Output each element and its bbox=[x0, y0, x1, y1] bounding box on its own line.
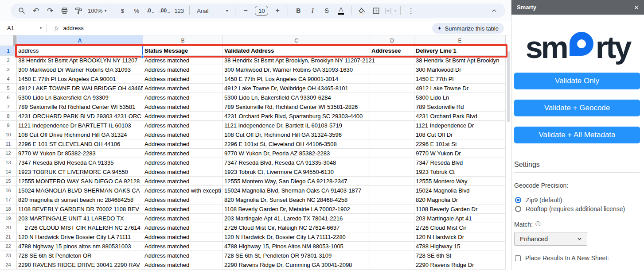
print-button[interactable] bbox=[58, 4, 71, 17]
cell-name-box[interactable]: A1 ▾ bbox=[0, 25, 46, 31]
decrease-decimal-button[interactable]: .0← bbox=[144, 4, 157, 17]
redo-button[interactable]: ↷ bbox=[43, 4, 57, 17]
cell-C1[interactable]: Validated Address bbox=[223, 46, 370, 56]
formula-input[interactable]: address bbox=[63, 25, 83, 31]
fill-color-button[interactable] bbox=[355, 4, 368, 17]
paint-format-button[interactable] bbox=[72, 4, 85, 17]
validate-geocode-button[interactable]: Validate + Geocode bbox=[514, 100, 640, 116]
cell-E8[interactable]: 4231 Orchard Park Blvd bbox=[414, 112, 506, 121]
cell-B17[interactable]: Address matched bbox=[143, 195, 223, 204]
cell-C7[interactable]: 789 Sextonville Rd, Richland Center WI 5… bbox=[223, 102, 370, 112]
cell-B20[interactable]: Address matched bbox=[143, 223, 223, 232]
cell-A1[interactable]: address bbox=[17, 46, 143, 56]
row-header-8[interactable]: 8 bbox=[0, 112, 17, 121]
cell-A2[interactable]: 38 Hendrix St Bsmt Apt BROOKLYN NY 11207 bbox=[17, 56, 143, 65]
validate-all-metadata-button[interactable]: Validate + All Metadata bbox=[514, 127, 640, 143]
cell-D4[interactable] bbox=[370, 74, 414, 84]
cell-E1[interactable]: Delivery Line 1 bbox=[414, 46, 506, 56]
column-header-B[interactable]: B bbox=[143, 35, 223, 46]
cell-B4[interactable]: Address matched bbox=[143, 74, 223, 84]
row-header-5[interactable]: 5 bbox=[0, 84, 17, 93]
new-sheet-checkbox-row[interactable]: Place Results In A New Sheet: bbox=[515, 255, 640, 262]
cell-A17[interactable]: 820 magnolia dr sunset beach nc 28468425… bbox=[17, 195, 143, 204]
cell-D18[interactable] bbox=[370, 204, 414, 214]
cell-A19[interactable]: 203 MARTINGALE UNIT 41 LAREDO TX bbox=[17, 214, 143, 223]
row-header-14[interactable]: 14 bbox=[0, 167, 17, 177]
cell-D19[interactable] bbox=[370, 214, 414, 223]
cell-E10[interactable]: 108 Cut Off Dr bbox=[414, 130, 506, 139]
strikethrough-button[interactable]: S bbox=[320, 4, 333, 17]
cell-E16[interactable]: 15024 Magnolia Blvd bbox=[414, 186, 506, 195]
cell-A5[interactable]: 4912 LAKE TOWNE DR WALBRIDGE OH 43465 bbox=[17, 84, 143, 93]
cell-E9[interactable]: 1121 Independence Dr bbox=[414, 121, 506, 130]
cell-A24[interactable]: 2290 RAVENS RIDGE DRIVE 30041 2290 RAV bbox=[17, 260, 143, 270]
cell-D2[interactable] bbox=[370, 56, 414, 65]
cell-B6[interactable]: Address matched bbox=[143, 93, 223, 102]
vertical-scrollbar[interactable] bbox=[506, 35, 511, 270]
cell-B23[interactable]: Address matched bbox=[143, 251, 223, 260]
decrease-font-size-button[interactable]: − bbox=[239, 4, 252, 17]
more-toolbar-button[interactable]: ⋮ bbox=[404, 4, 418, 17]
row-header-9[interactable]: 9 bbox=[0, 121, 17, 130]
row-header-10[interactable]: 10 bbox=[0, 130, 17, 139]
text-color-button[interactable]: A bbox=[334, 4, 347, 17]
column-header-D[interactable]: D bbox=[370, 35, 414, 46]
cell-C24[interactable]: 2290 Ravens Ridge Dr, Cumming GA 30041-2… bbox=[223, 260, 370, 270]
cell-C17[interactable]: 820 Magnolia Dr, Sunset Beach NC 28468-4… bbox=[223, 195, 370, 204]
cell-B24[interactable]: Address matched bbox=[143, 260, 223, 270]
cell-A7[interactable]: 789 Sextonville Rd Richland Center WI 53… bbox=[17, 102, 143, 112]
cell-B11[interactable]: Address matched bbox=[143, 139, 223, 149]
cell-D5[interactable] bbox=[370, 84, 414, 93]
cell-A20[interactable]: 2726 CLOUD MIST CIR RALEIGH NC 27614 bbox=[17, 223, 143, 232]
cell-C15[interactable]: 12555 Montero Way, San Diego CA 92128-23… bbox=[223, 177, 370, 186]
cell-A18[interactable]: 1108 BEVERLY GARDEN DR 70002 1108 BEV bbox=[17, 204, 143, 214]
cell-C14[interactable]: 1923 Tobruk Ct, Livermore CA 94550-6130 bbox=[223, 167, 370, 177]
cell-A11[interactable]: 2296 E 101 ST CLEVELAND OH 44106 bbox=[17, 139, 143, 149]
row-header-19[interactable]: 19 bbox=[0, 214, 17, 223]
cell-D22[interactable] bbox=[370, 242, 414, 251]
cell-E3[interactable]: 300 Markwood Dr bbox=[414, 65, 506, 74]
cell-A10[interactable]: 108 Cut Off Drive Richmond Hill GA 31324 bbox=[17, 130, 143, 139]
row-header-7[interactable]: 7 bbox=[0, 102, 17, 112]
cell-B12[interactable]: Address matched bbox=[143, 149, 223, 158]
search-menus-button[interactable] bbox=[15, 4, 28, 17]
cell-D13[interactable] bbox=[370, 158, 414, 167]
row-header-18[interactable]: 18 bbox=[0, 204, 17, 214]
format-currency-button[interactable]: $ bbox=[116, 4, 129, 17]
cell-B3[interactable]: Address matched bbox=[143, 65, 223, 74]
cell-E23[interactable]: 728 SE 6th St bbox=[414, 251, 506, 260]
radio-rooftop[interactable]: Rooftop (requires additional license) bbox=[515, 204, 640, 213]
column-header-C[interactable]: C bbox=[223, 35, 370, 46]
row-header-22[interactable]: 22 bbox=[0, 242, 17, 251]
merge-cells-button[interactable]: ▾ bbox=[383, 4, 397, 17]
fill-handle[interactable] bbox=[141, 55, 144, 58]
row-header-13[interactable]: 13 bbox=[0, 158, 17, 167]
cell-C12[interactable]: 9770 W Yukon Dr, Peoria AZ 85382-2283 bbox=[223, 149, 370, 158]
cell-C9[interactable]: 1121 Independence Dr, Bartlett IL 60103-… bbox=[223, 121, 370, 130]
cell-E13[interactable]: 7347 Reseda Blvd bbox=[414, 158, 506, 167]
cell-A12[interactable]: 9770 W Yukon Dr 85382-2283 bbox=[17, 149, 143, 158]
cell-A15[interactable]: 12555 MONTERO WAY SAN DIEGO CA 92128 bbox=[17, 177, 143, 186]
cell-D23[interactable] bbox=[370, 251, 414, 260]
format-percent-button[interactable]: % bbox=[130, 4, 143, 17]
cell-C21[interactable]: 120 N Hardwick Dr, Bossier City LA 71111… bbox=[223, 232, 370, 242]
cell-B14[interactable]: Address matched bbox=[143, 167, 223, 177]
italic-button[interactable]: I bbox=[306, 4, 319, 17]
cell-D21[interactable] bbox=[370, 232, 414, 242]
cell-B8[interactable]: Address matched bbox=[143, 112, 223, 121]
row-header-21[interactable]: 21 bbox=[0, 232, 17, 242]
cell-C4[interactable]: 1450 E 77th Pl, Los Angeles CA 90001-301… bbox=[223, 74, 370, 84]
cell-B1[interactable]: Status Message bbox=[143, 46, 223, 56]
row-header-15[interactable]: 15 bbox=[0, 177, 17, 186]
cell-C13[interactable]: 7347 Reseda Blvd, Reseda CA 91335-3048 bbox=[223, 158, 370, 167]
cell-B7[interactable]: Address matched bbox=[143, 102, 223, 112]
cell-A13[interactable]: 7347 Reseda Blvd Reseda CA 91335 bbox=[17, 158, 143, 167]
cell-A23[interactable]: 728 SE 6th St Pendleton OR bbox=[17, 251, 143, 260]
cell-D14[interactable] bbox=[370, 167, 414, 177]
scrollbar-thumb[interactable] bbox=[507, 51, 510, 122]
row-header-20[interactable]: 20 bbox=[0, 223, 17, 232]
cell-E15[interactable]: 12555 Montero Way bbox=[414, 177, 506, 186]
cell-D11[interactable] bbox=[370, 139, 414, 149]
cell-E6[interactable]: 5300 Lido Ln bbox=[414, 93, 506, 102]
cell-B2[interactable]: Address matched bbox=[143, 56, 223, 65]
